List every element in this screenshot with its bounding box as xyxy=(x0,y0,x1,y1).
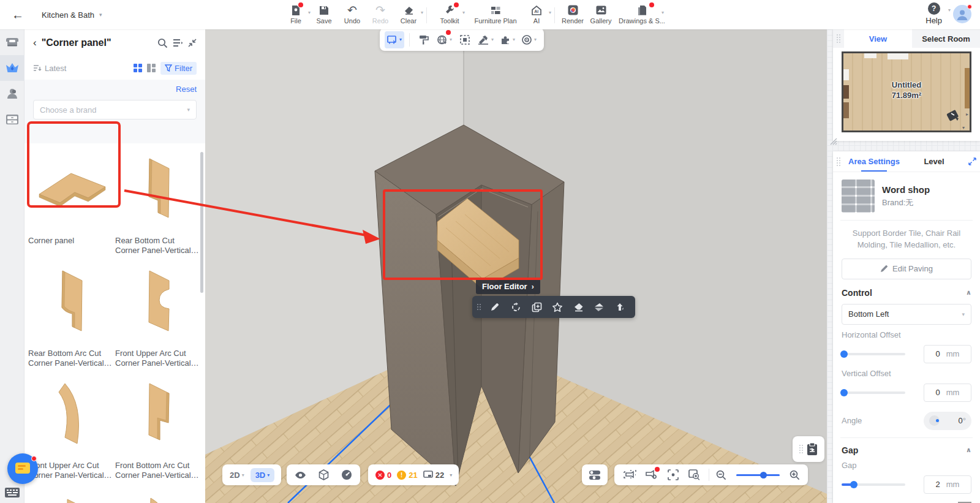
grid-view-button[interactable] xyxy=(134,64,142,72)
product-item[interactable]: Rear Bottom Cut Corner Panel-Vertical Pa… xyxy=(115,149,201,256)
focus-center-button[interactable] xyxy=(662,466,684,484)
slider-knob[interactable] xyxy=(850,481,858,488)
slider-knob[interactable] xyxy=(840,350,848,358)
brand-select[interactable]: Choose a brand ▾ xyxy=(33,100,197,119)
mode-2d-button[interactable]: 2D▾ xyxy=(225,468,249,482)
cube-view-button[interactable] xyxy=(312,466,335,484)
resize-handle[interactable] xyxy=(829,137,838,148)
views-count-badge[interactable]: 22 xyxy=(423,471,444,480)
slider-knob[interactable] xyxy=(840,389,848,396)
angle-control[interactable]: 0° xyxy=(924,412,971,430)
zoom-region-button[interactable] xyxy=(684,466,705,484)
toolkit-button[interactable]: Toolkit ▾ xyxy=(431,2,469,25)
material-thumbnail[interactable] xyxy=(842,180,875,213)
keyboard-icon[interactable] xyxy=(5,488,20,499)
sort-latest-button[interactable]: Latest xyxy=(33,64,129,73)
tab-select-room[interactable]: Select Room xyxy=(912,29,980,48)
gap-slider[interactable] xyxy=(842,483,905,486)
material-brush-button[interactable]: ▾ xyxy=(434,31,454,48)
undo-button[interactable]: ↶ Undo xyxy=(338,2,366,25)
error-count-badge[interactable]: ✕ 0 xyxy=(375,471,391,480)
drag-handle[interactable] xyxy=(833,151,844,172)
zoom-in-button[interactable] xyxy=(786,466,803,484)
back-chevron-icon[interactable]: ‹ xyxy=(33,37,37,49)
zoom-slider[interactable] xyxy=(736,474,780,476)
edit-paving-button[interactable]: Edit Paving xyxy=(842,259,971,279)
product-item-corner-panel[interactable]: Corner panel xyxy=(28,149,114,256)
list-view-button[interactable] xyxy=(147,64,156,72)
duplicate-button[interactable] xyxy=(526,298,547,316)
zoom-out-button[interactable] xyxy=(713,466,730,484)
warning-count-badge[interactable]: ! 21 xyxy=(397,471,417,480)
plugin-button[interactable]: ▾ xyxy=(497,31,518,48)
tab-level[interactable]: Level xyxy=(904,151,964,172)
rail-item-model-library[interactable] xyxy=(0,29,24,55)
v-offset-slider[interactable] xyxy=(842,391,905,394)
help-button[interactable]: ? Help ▾ xyxy=(925,2,942,25)
furnish-tool-button[interactable]: ▾ xyxy=(385,31,404,48)
anchor-select[interactable]: Bottom Left ▾ xyxy=(842,304,971,325)
product-item[interactable]: Rear Bottom Arc Cut Corner Panel-Vertica… xyxy=(28,262,114,369)
delete-eraser-button[interactable] xyxy=(568,298,589,316)
chevron-right-icon[interactable]: ▸ xyxy=(966,112,968,117)
camera-marker[interactable] xyxy=(946,109,961,124)
rail-item-storage[interactable] xyxy=(0,107,24,132)
visibility-eye-button[interactable] xyxy=(288,466,312,484)
tab-area-settings[interactable]: Area Settings xyxy=(844,151,904,172)
zoom-slider-knob[interactable] xyxy=(760,472,767,478)
camera-settings-button[interactable] xyxy=(641,466,662,484)
product-item[interactable] xyxy=(28,487,114,503)
3d-viewport[interactable] xyxy=(205,29,827,503)
collapse-panel-icon[interactable] xyxy=(188,39,197,47)
drag-handle[interactable] xyxy=(477,304,481,310)
gallery-button[interactable]: Gallery xyxy=(587,2,615,25)
chevron-down-icon[interactable]: ▾ xyxy=(962,125,965,130)
sort-options-icon[interactable] xyxy=(173,39,183,47)
angle-dial[interactable] xyxy=(929,415,940,426)
panel-scrollbar[interactable] xyxy=(200,152,203,293)
product-item[interactable] xyxy=(115,487,201,503)
furniture-plan-button[interactable]: Furniture Plan xyxy=(469,2,522,25)
rail-item-my-items[interactable] xyxy=(0,81,24,107)
product-item[interactable]: Front Upper Arc Cut Corner Panel-Vertica… xyxy=(28,374,114,481)
dashboard-gauge-button[interactable] xyxy=(335,466,358,484)
expand-panel-icon[interactable] xyxy=(964,151,980,172)
flip-button[interactable] xyxy=(589,298,609,316)
chevron-down-icon[interactable]: ▾ xyxy=(450,472,452,478)
product-item[interactable]: Front Bottom Arc Cut Corner Panel-Vertic… xyxy=(115,374,201,481)
chevron-up-icon[interactable]: ∧ xyxy=(966,289,971,297)
filter-button[interactable]: Filter xyxy=(160,62,197,75)
favorite-star-button[interactable] xyxy=(547,298,568,316)
product-item[interactable]: Front Upper Arc Cut Corner Panel-Vertica… xyxy=(115,262,201,369)
save-button[interactable]: Save xyxy=(310,2,338,25)
workspace-select[interactable]: Kitchen & Bath ▾ xyxy=(34,5,110,25)
clipboard-button[interactable] xyxy=(793,436,824,462)
target-tool-button[interactable]: ▾ xyxy=(519,31,539,48)
back-button[interactable]: ← xyxy=(6,5,29,25)
paint-roller-button[interactable] xyxy=(415,31,433,48)
redo-button[interactable]: ↷ Redo xyxy=(366,2,394,25)
rotate-button[interactable] xyxy=(505,298,526,316)
reset-filters-link[interactable]: Reset xyxy=(33,85,197,94)
clear-button[interactable]: Clear ▾ xyxy=(394,2,423,25)
measure-tool-button[interactable]: ▾ xyxy=(475,31,496,48)
edit-pencil-button[interactable] xyxy=(484,298,505,316)
layers-toggle-button[interactable] xyxy=(583,466,606,484)
v-offset-input[interactable]: 0 mm xyxy=(924,384,971,402)
search-icon[interactable] xyxy=(157,38,168,48)
mode-3d-button[interactable]: 3D▾ xyxy=(251,468,275,482)
file-button[interactable]: File ▾ xyxy=(282,2,310,25)
h-offset-slider[interactable] xyxy=(842,353,905,355)
move-up-button[interactable] xyxy=(609,298,630,316)
render-button[interactable]: Render xyxy=(559,2,587,25)
ai-button[interactable]: Ai AI ▾ xyxy=(522,2,551,25)
rail-item-brand-library[interactable] xyxy=(0,55,24,81)
h-offset-input[interactable]: 0 mm xyxy=(924,345,971,363)
support-chat-button[interactable] xyxy=(7,453,38,484)
tab-view[interactable]: View xyxy=(844,29,912,48)
camera-select-button[interactable] xyxy=(619,466,641,484)
drawings-button[interactable]: Drawings & S... ▾ xyxy=(615,2,669,25)
avatar[interactable] xyxy=(953,5,971,23)
floor-editor-tooltip[interactable]: Floor Editor › xyxy=(476,279,540,294)
marquee-select-button[interactable] xyxy=(456,31,474,48)
